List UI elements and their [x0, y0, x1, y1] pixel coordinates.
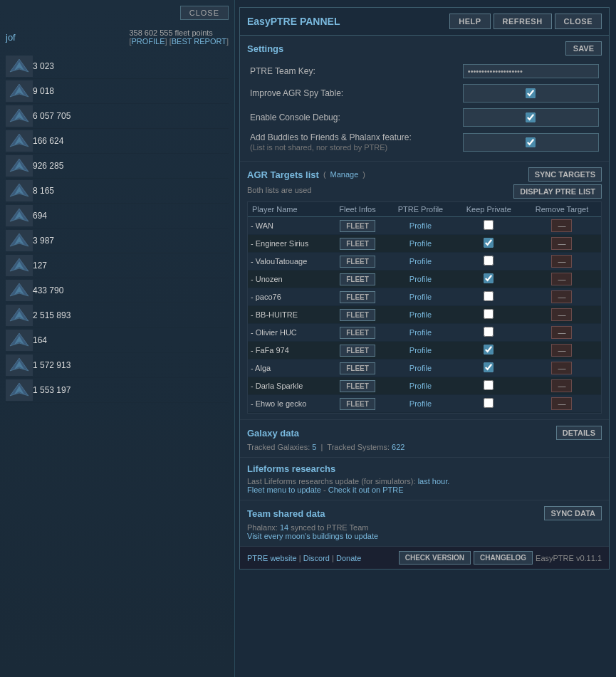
- table-row: - Alga FLEET Profile —: [248, 360, 601, 377]
- profile-button[interactable]: Profile: [389, 364, 451, 372]
- remove-target-button[interactable]: —: [551, 326, 572, 339]
- ship-icon-10: [6, 305, 33, 326]
- sync-targets-button[interactable]: SYNC TARGETS: [528, 167, 602, 182]
- keep-private-checkbox[interactable]: [484, 273, 494, 283]
- best-report-link[interactable]: BEST REPORT: [172, 37, 226, 46]
- ptre-website-link[interactable]: PTRE website: [247, 554, 297, 562]
- stat-row: 433 790: [6, 278, 229, 303]
- fleet-button[interactable]: FLEET: [340, 380, 375, 392]
- keep-private-checkbox[interactable]: [484, 398, 494, 408]
- keep-private-checkbox[interactable]: [484, 238, 494, 248]
- console-debug-checkbox[interactable]: [526, 112, 536, 122]
- player-info: jof 358 602 555 fleet points [PROFILE] […: [0, 26, 234, 48]
- fleet-menu-link[interactable]: Fleet menu to update: [247, 486, 321, 494]
- targets-container[interactable]: Player Name Fleet Infos PTRE Profile Kee…: [247, 201, 602, 414]
- fleet-button[interactable]: FLEET: [340, 309, 375, 321]
- keep-private-checkbox[interactable]: [484, 327, 494, 337]
- keep-private-checkbox[interactable]: [484, 291, 494, 301]
- sync-data-button[interactable]: SYNC DATA: [544, 506, 602, 520]
- player-cell: - Unozen: [248, 271, 329, 288]
- player-cell: - Engineer Sirius: [248, 235, 329, 253]
- profile-button[interactable]: Profile: [389, 221, 451, 230]
- remove-target-button[interactable]: —: [551, 237, 572, 250]
- fleet-button[interactable]: FLEET: [340, 256, 375, 268]
- profile-button[interactable]: Profile: [389, 399, 451, 408]
- keep-private-checkbox[interactable]: [484, 256, 494, 266]
- keep-private-checkbox[interactable]: [484, 220, 494, 230]
- keep-private-checkbox[interactable]: [484, 345, 494, 355]
- fleet-button[interactable]: FLEET: [340, 238, 375, 250]
- player-cell: - WAN: [248, 217, 329, 235]
- player-cell: - Olivier HUC: [248, 324, 329, 342]
- fleet-button[interactable]: FLEET: [340, 220, 375, 232]
- visit-moon-link[interactable]: Visit every moon's buildings to update: [247, 532, 378, 540]
- remove-target-button[interactable]: —: [551, 255, 572, 268]
- close-left-button[interactable]: CLOSE: [180, 6, 229, 20]
- add-buddies-checkbox[interactable]: [526, 137, 536, 147]
- manage-link[interactable]: Manage: [330, 170, 359, 179]
- profile-button[interactable]: Profile: [389, 310, 451, 319]
- col-remove-target: Remove Target: [523, 202, 601, 217]
- ship-icon-11: [6, 330, 33, 351]
- table-row: - WAN FLEET Profile —: [248, 217, 601, 235]
- profile-button[interactable]: Profile: [389, 328, 451, 337]
- improve-agr-checkbox[interactable]: [526, 88, 536, 98]
- stat-value: 926 285: [33, 161, 63, 171]
- refresh-button[interactable]: REFRESH: [494, 14, 552, 29]
- keep-private-checkbox[interactable]: [484, 309, 494, 319]
- stat-value: 164: [33, 335, 47, 345]
- remove-target-button[interactable]: —: [551, 308, 572, 321]
- keep-private-checkbox[interactable]: [484, 380, 494, 390]
- stat-value: 433 790: [33, 285, 63, 295]
- profile-button[interactable]: Profile: [389, 239, 451, 248]
- profile-button[interactable]: Profile: [389, 293, 451, 301]
- save-button[interactable]: SAVE: [565, 41, 602, 56]
- footer-right: CHECK VERSION CHANGELOG EasyPTRE v0.11.1: [399, 551, 602, 565]
- remove-target-button[interactable]: —: [551, 362, 572, 374]
- remove-target-button[interactable]: —: [551, 273, 572, 285]
- changelog-button[interactable]: CHANGELOG: [474, 551, 533, 565]
- profile-button[interactable]: Profile: [389, 257, 451, 266]
- fleet-button[interactable]: FLEET: [340, 398, 375, 410]
- remove-target-button[interactable]: —: [551, 397, 572, 410]
- close-button[interactable]: CLOSE: [555, 14, 602, 29]
- tracked-galaxies-value: 5: [312, 443, 316, 451]
- team-key-input[interactable]: [463, 64, 599, 78]
- ship-icon-13: [6, 379, 33, 401]
- fleet-button[interactable]: FLEET: [340, 291, 375, 303]
- improve-agr-row: Improve AGR Spy Table:: [247, 81, 602, 105]
- player-cell: - Alga: [248, 360, 329, 377]
- fleet-button[interactable]: FLEET: [340, 327, 375, 339]
- fleet-button[interactable]: FLEET: [340, 273, 375, 285]
- details-button[interactable]: DETAILS: [556, 426, 602, 440]
- remove-target-button[interactable]: —: [551, 344, 572, 357]
- col-fleet-infos: Fleet Infos: [329, 202, 387, 217]
- add-buddies-row: Add Buddies to Friends & Phalanx feature…: [247, 130, 602, 155]
- header-buttons: HELP REFRESH CLOSE: [449, 14, 602, 29]
- remove-target-button[interactable]: —: [551, 379, 572, 392]
- check-version-button[interactable]: CHECK VERSION: [399, 551, 471, 565]
- table-row: - ValouTatouage FLEET Profile —: [248, 253, 601, 271]
- profile-button[interactable]: Profile: [389, 346, 451, 355]
- stat-row: 2 515 893: [6, 303, 229, 328]
- profile-button[interactable]: Profile: [389, 275, 451, 283]
- discord-link[interactable]: Discord: [303, 554, 330, 562]
- check-ptre-link[interactable]: Check it out on PTRE: [328, 486, 404, 494]
- stat-row: 6 057 705: [6, 104, 229, 129]
- donate-link[interactable]: Donate: [336, 554, 361, 562]
- tracked-systems-value: 622: [392, 443, 404, 451]
- display-ptre-list-button[interactable]: DISPLAY PTRE LIST: [513, 184, 602, 199]
- remove-target-button[interactable]: —: [551, 290, 572, 303]
- profile-link[interactable]: PROFILE: [131, 37, 165, 46]
- player-cell: - Ehwo le gecko: [248, 395, 329, 413]
- keep-private-checkbox[interactable]: [484, 362, 494, 372]
- remove-target-button[interactable]: —: [551, 219, 572, 232]
- add-buddies-label: Add Buddies to Friends & Phalanx feature…: [247, 130, 460, 155]
- player-stats: 3 023 9 018 6 057 705: [0, 54, 234, 403]
- team-key-row: PTRE Team Key:: [247, 61, 602, 81]
- fleet-button[interactable]: FLEET: [340, 362, 375, 374]
- fleet-button[interactable]: FLEET: [340, 345, 375, 357]
- help-button[interactable]: HELP: [449, 14, 490, 29]
- profile-button[interactable]: Profile: [389, 382, 451, 390]
- ship-icon-3: [6, 130, 33, 152]
